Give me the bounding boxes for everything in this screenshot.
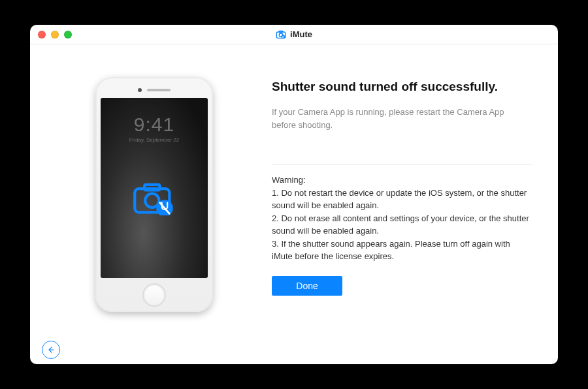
svg-point-2 — [279, 33, 282, 37]
phone-screen: 9:41 Friday, September 22 — [101, 98, 208, 278]
lock-screen-time: 9:41 Friday, September 22 — [129, 114, 179, 143]
close-window-button[interactable] — [38, 31, 46, 39]
phone-speaker-icon — [147, 89, 171, 91]
device-illustration: 9:41 Friday, September 22 — [56, 70, 252, 329]
app-window: iMute 9:41 Friday, September 22 — [30, 25, 558, 364]
phone-front-camera-icon — [138, 88, 142, 92]
phone-illustration: 9:41 Friday, September 22 — [95, 77, 213, 312]
phone-top-bezel — [138, 82, 171, 98]
warning-item-3: 3. If the shutter sound appears again. P… — [272, 238, 532, 263]
camera-mute-icon — [132, 181, 176, 218]
warning-item-2: 2. Do not erase all content and settings… — [272, 212, 532, 238]
svg-rect-1 — [279, 31, 282, 32]
back-button[interactable] — [42, 341, 60, 359]
titlebar: iMute — [30, 25, 558, 44]
svg-rect-0 — [276, 32, 285, 38]
sub-instruction: If your Camera App is running, please re… — [272, 106, 520, 131]
content-area: 9:41 Friday, September 22 — [30, 44, 558, 335]
warning-label: Warning: — [272, 174, 532, 187]
lock-date-value: Friday, September 22 — [129, 137, 179, 143]
info-panel: Shutter sound turned off successfully. I… — [272, 70, 532, 329]
lock-time-value: 9:41 — [129, 114, 179, 136]
window-controls — [30, 31, 72, 39]
app-icon — [276, 29, 286, 40]
arrow-left-icon — [46, 345, 56, 354]
done-button[interactable]: Done — [272, 276, 342, 296]
section-divider — [272, 164, 532, 164]
phone-home-button-icon — [142, 283, 166, 307]
warning-block: Warning: 1. Do not restart the device or… — [272, 174, 532, 263]
warning-item-1: 1. Do not restart the device or update t… — [272, 187, 532, 212]
zoom-window-button[interactable] — [64, 31, 72, 39]
svg-point-3 — [281, 35, 285, 39]
minimize-window-button[interactable] — [51, 31, 59, 39]
headline: Shutter sound turned off successfully. — [272, 80, 532, 94]
footer-bar — [30, 335, 558, 364]
app-title: iMute — [290, 29, 312, 39]
